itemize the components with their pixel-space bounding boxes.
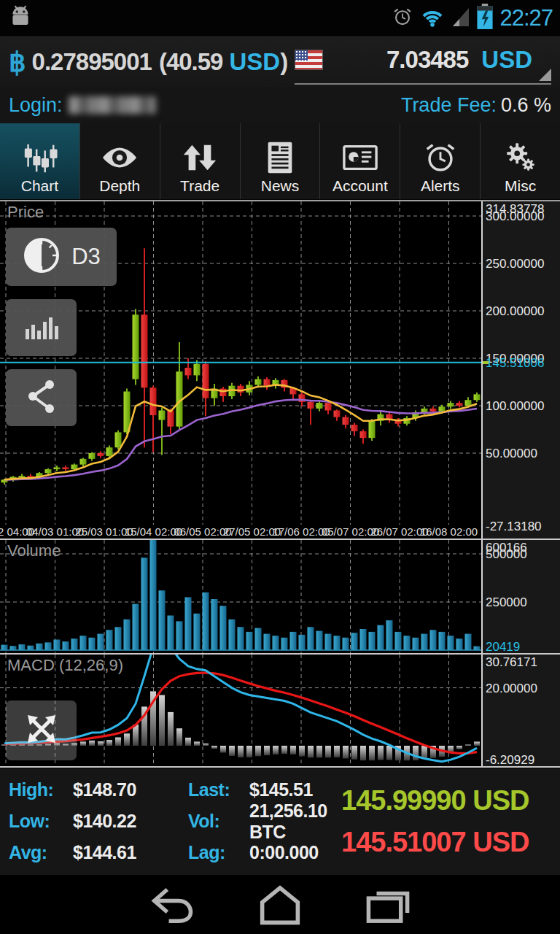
price-chart[interactable]: Price D3 [0,201,481,525]
login-value-redacted [69,96,156,114]
axis-tick-label: 250000 [486,595,527,610]
fiat-balance-currency: USD [229,48,280,76]
tab-label: Account [332,177,388,195]
ask-marker [483,361,489,364]
tab-depth[interactable]: Depth [80,123,160,199]
current-value-label: 145.51006 [486,356,544,371]
wifi-icon [419,6,446,31]
header: ฿ 0.27895001 (40.59 USD ) 7.03485 USD [0,36,560,87]
fiat-balance-close: ) [280,48,287,76]
macd-panel: MACD (12,26,9) [0,655,560,768]
info-label: Last: [188,779,249,800]
tab-label: Alerts [421,177,460,195]
info-value: $145.51 [249,779,327,800]
ticker-stats: High:$148.70Last:$145.51Low:$140.22Vol:2… [0,768,325,875]
tab-alerts[interactable]: Alerts [400,123,481,199]
price-panel-title: Price [7,203,44,222]
axis-tick-label: 250.00000 [486,257,544,271]
tab-label: News [261,177,300,195]
share-button[interactable] [6,369,77,426]
axis-tick-label: 300.00000 [486,209,544,224]
us-flag-icon [295,50,323,70]
info-value: 21,256.10 BTC [249,800,327,843]
tab-account[interactable]: Account [320,123,400,199]
info-label: Avg: [9,842,73,863]
android-notification-icon [7,4,34,32]
tab-news[interactable]: News [241,123,321,199]
account-card-icon [342,136,378,174]
chart-style-button[interactable] [6,299,77,356]
timeframe-button[interactable]: D3 [6,228,117,286]
spinner-dropdown-triangle-icon [539,69,551,81]
recents-button[interactable] [362,882,414,927]
gears-icon [502,136,539,174]
news-icon [262,136,298,174]
back-button[interactable] [146,882,198,927]
macd-panel-title: MACD (12,26,9) [7,656,123,675]
android-nav-bar [0,875,560,934]
tab-bar: ChartDepthTradeNewsAccountAlertsMisc [0,123,560,200]
date-tick-label: 16/08 02:00 [420,525,478,538]
axis-tick-label: 50.00000 [486,447,537,461]
axis-tick-label: -27.13180 [486,520,542,534]
trading-app-screen: 22:27 ฿ 0.27895001 (40.59 USD ) 7.03485 … [0,0,560,934]
login-row: Login: Trade Fee: 0.6 % [0,87,560,123]
tab-chart[interactable]: Chart [0,123,80,199]
tab-misc[interactable]: Misc [481,123,560,199]
volume-chart[interactable]: Volume [0,540,481,653]
spinner-value: 7.03485 [386,46,468,74]
cell-signal-icon [451,6,470,31]
tab-label: Misc [505,177,536,195]
arrows-up-down-icon [182,136,218,174]
tab-trade[interactable]: Trade [160,123,241,199]
volume-panel-title: Volume [7,541,61,560]
clock-pie-icon [22,236,61,278]
ask-price: 145.99990 USD [341,785,560,817]
expand-button[interactable] [6,700,77,760]
alarm-icon [422,136,459,174]
axis-tick-label: 100.00000 [486,399,544,414]
battery-charging-icon [476,4,494,33]
volume-panel: Volume 60016650000025000020419 [0,540,560,655]
alarm-status-icon [392,7,413,30]
tab-label: Trade [180,177,219,195]
info-label: Vol: [188,811,249,832]
btc-symbol: ฿ [9,47,26,78]
share-icon [23,377,61,418]
macd-chart[interactable]: MACD (12,26,9) [0,655,481,766]
info-label: Lag: [188,842,249,863]
spinner-currency: USD [481,46,532,74]
info-label: Low: [9,811,73,832]
macd-y-axis: 30.7617120.00000-6.20929 [481,655,560,766]
btc-balance: 0.27895001 [32,48,152,76]
info-label: High: [9,779,73,800]
info-value: $144.61 [73,842,188,863]
tab-label: Depth [99,177,140,195]
fiat-balance-open: (40.59 [159,48,223,76]
chart-candles-icon [21,136,58,174]
axis-tick-label: 200.00000 [486,304,544,319]
axis-tick-label: 20.00000 [486,682,537,696]
trade-fee-value: 0.6 % [501,94,551,117]
price-y-axis: 314.83778300.00000250.00000200.00000150.… [481,201,560,539]
info-value: 0:00.000 [249,842,327,863]
eye-icon [101,136,138,174]
ticker-info-panel: High:$148.70Last:$145.51Low:$140.22Vol:2… [0,768,560,875]
last-price: 145.51007 USD [341,827,560,858]
volume-y-axis: 60016650000025000020419 [481,540,560,653]
status-bar: 22:27 [0,0,560,36]
login-label: Login: [9,94,63,117]
bar-chart-icon [23,310,61,345]
expand-arrows-icon [22,709,61,752]
home-button[interactable] [254,882,306,927]
info-value: $140.22 [73,811,188,832]
fiat-balance-spinner[interactable]: 7.03485 USD [295,39,551,85]
current-value-label: 20419 [486,640,520,655]
tab-label: Chart [21,177,58,195]
info-value: $148.70 [73,779,188,800]
axis-tick-label: 500000 [486,547,527,562]
price-panel: Price D3 [0,200,560,540]
price-x-axis: 11/02 04:0004/03 01:0025/03 01:0015/04 0… [0,525,481,539]
axis-tick-label: 30.76171 [486,655,537,670]
trade-fee-label: Trade Fee: [401,94,497,117]
